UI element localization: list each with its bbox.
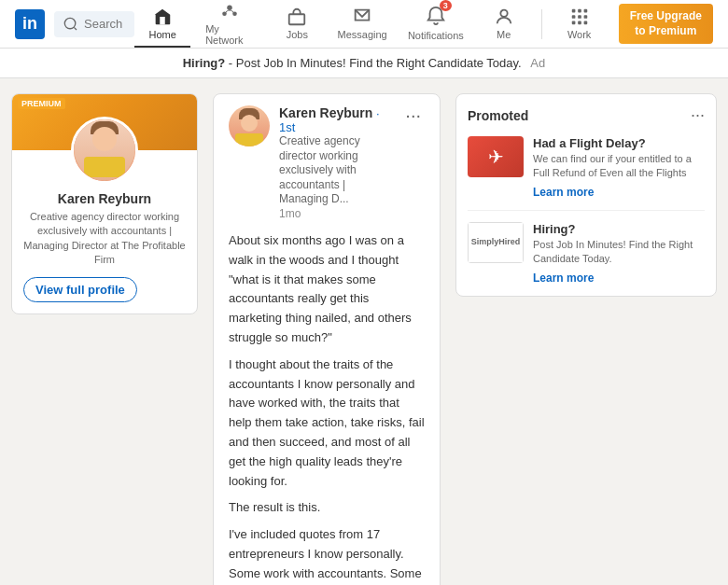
svg-rect-13 [583,21,587,24]
center-feed: Karen Reyburn · 1st Creative agency dire… [213,93,441,585]
nav-item-notifications[interactable]: 3 Notifications [399,0,472,49]
post-author-avatar [229,105,270,146]
nav-network-label: My Network [205,23,254,46]
search-bar[interactable] [54,11,134,37]
nav-notifications-label: Notifications [408,30,464,41]
nav-jobs-label: Jobs [287,29,308,40]
top-nav: in Home My Network Jobs [0,0,728,49]
nav-item-jobs[interactable]: Jobs [269,1,325,48]
post-author-name-line: Karen Reyburn · 1st [279,105,392,134]
svg-rect-9 [578,15,581,19]
ad-label: Ad [530,56,545,70]
notification-badge: 3 [440,0,452,11]
promoted-flight-title: Had a Flight Delay? [533,136,705,150]
svg-rect-12 [578,21,581,24]
promoted-item-hiring: SimplyHired Hiring? Post Job In Minutes!… [468,222,705,285]
hiring-learn-more-link[interactable]: Learn more [533,272,594,285]
promoted-item-flight: ✈ Had a Flight Delay? We can find our if… [468,136,705,211]
nav-messaging-label: Messaging [338,29,387,40]
profile-banner: PREMIUM [12,94,197,150]
nav-item-network[interactable]: My Network [194,0,265,53]
promoted-hiring-text: Hiring? Post Job In Minutes! Find the Ri… [533,222,705,285]
svg-point-0 [227,5,232,9]
svg-rect-10 [583,15,587,19]
post-paragraph-2: I thought about the traits of the accoun… [229,355,425,492]
hiring-text: - Post Job In Minutes! Find the Right Ca… [225,56,521,70]
nav-home-label: Home [149,29,176,40]
view-full-profile-button[interactable]: View full profile [23,277,137,302]
profile-name: Karen Reyburn [23,191,186,206]
promoted-more-button[interactable]: ··· [691,105,705,125]
post-more-button[interactable]: ··· [401,105,425,124]
left-sidebar: PREMIUM Karen Reyburn Creative agency di… [11,93,198,585]
flight-learn-more-link[interactable]: Learn more [533,186,594,199]
post-time: 1mo [279,207,392,220]
profile-card: PREMIUM Karen Reyburn Creative agency di… [11,93,198,314]
promoted-flight-image: ✈ [468,136,524,177]
nav-me-label: Me [497,29,511,40]
hiring-banner[interactable]: Hiring? - Post Job In Minutes! Find the … [0,49,728,78]
promoted-flight-desc: We can find our if your entitled to a Fu… [533,152,705,181]
nav-work-label: Work [567,29,591,40]
svg-rect-5 [571,8,575,12]
post-author-title: Creative agency director working exclusi… [279,134,392,207]
promoted-card: Promoted ··· ✈ Had a Flight Delay? We ca… [455,93,717,297]
premium-badge: PREMIUM [18,98,65,109]
post-header: Karen Reyburn · 1st Creative agency dire… [214,94,440,228]
svg-point-4 [500,9,507,16]
nav-divider [541,9,542,39]
search-input[interactable] [84,17,125,31]
nav-item-messaging[interactable]: Messaging [329,1,396,48]
post-paragraph-4: I've included quotes from 17 entrepreneu… [229,525,425,585]
promoted-title: Promoted [468,108,528,123]
flight-icon: ✈ [468,136,524,177]
promoted-hiring-title: Hiring? [533,222,705,236]
promoted-hiring-image: SimplyHired [468,222,524,263]
promoted-flight-text: Had a Flight Delay? We can find our if y… [533,136,705,199]
post-content: About six months ago I was on a walk in … [214,228,440,585]
svg-rect-7 [583,8,587,12]
nav-item-work[interactable]: Work [552,1,608,48]
profile-description: Creative agency director working exclusi… [23,210,186,268]
svg-rect-11 [571,21,575,24]
post-paragraph-1: About six months ago I was on a walk in … [229,231,425,348]
nav-item-home[interactable]: Home [134,1,190,48]
nav-item-me[interactable]: Me [476,1,532,48]
simplyhired-logo: SimplyHired [468,222,524,263]
svg-rect-3 [289,14,305,24]
svg-rect-8 [571,15,575,19]
premium-upgrade-button[interactable]: Free Upgrade to Premium [619,4,713,44]
linkedin-logo[interactable]: in [15,9,45,39]
svg-rect-6 [578,8,581,12]
post-paragraph-3: The result is this. [229,498,425,518]
promoted-header: Promoted ··· [468,105,705,125]
post-author-name[interactable]: Karen Reyburn [279,105,372,120]
right-sidebar: Promoted ··· ✈ Had a Flight Delay? We ca… [455,93,717,585]
profile-avatar [71,117,138,184]
post-author-info: Karen Reyburn · 1st Creative agency dire… [279,105,392,220]
post-card: Karen Reyburn · 1st Creative agency dire… [213,93,441,585]
hiring-bold: Hiring? [183,56,226,70]
post-text: About six months ago I was on a walk in … [229,231,425,585]
promoted-hiring-desc: Post Job In Minutes! Find the Right Cand… [533,238,705,267]
search-icon [63,17,78,32]
